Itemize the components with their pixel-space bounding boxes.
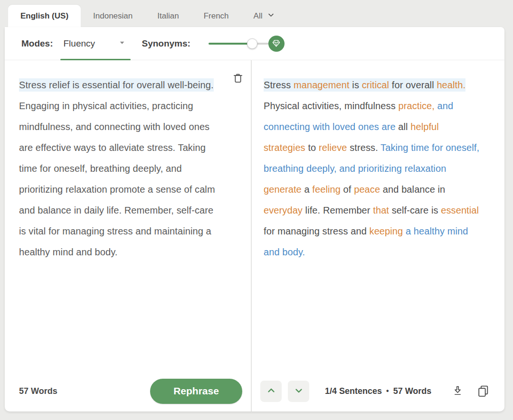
output-word-segment[interactable]: all <box>396 121 411 132</box>
slider-track-filled[interactable] <box>209 43 253 45</box>
output-word-count: 57 Words <box>393 386 432 396</box>
input-body-text[interactable]: Engaging in physical activities, practic… <box>19 101 215 257</box>
next-sentence-button[interactable] <box>288 381 309 402</box>
output-word-segment[interactable]: stress. <box>347 142 381 153</box>
output-word-segment[interactable]: of <box>341 184 354 195</box>
tab-label: French <box>204 11 229 21</box>
gem-icon[interactable] <box>268 36 285 52</box>
tab-label: Indonesian <box>93 11 133 21</box>
output-word-segment[interactable]: life. Remember <box>303 205 373 215</box>
output-word-segment[interactable]: peace <box>354 184 380 195</box>
output-word-segment[interactable]: essential <box>441 205 479 215</box>
output-word-segment[interactable]: everyday <box>264 205 303 215</box>
output-footer: 1/4 Sentences • 57 Words <box>252 374 504 411</box>
modes-label: Modes: <box>21 38 53 49</box>
download-icon[interactable] <box>450 383 465 399</box>
trash-icon[interactable] <box>230 70 246 86</box>
output-word-segment[interactable]: keeping <box>370 226 403 236</box>
input-text[interactable]: Stress relief is essential for overall w… <box>5 60 251 262</box>
input-highlighted-sentence[interactable]: Stress relief is essential for overall w… <box>19 78 214 92</box>
slider-thumb[interactable] <box>247 38 257 49</box>
output-word-segment[interactable]: management <box>294 78 350 92</box>
output-word-segment[interactable]: a <box>302 184 313 195</box>
synonyms-slider[interactable] <box>209 35 285 52</box>
output-word-segment[interactable]: and balance in <box>380 184 445 195</box>
output-word-segment[interactable]: is <box>350 78 362 92</box>
mode-selected-value: Fluency <box>64 38 95 49</box>
output-stats: 1/4 Sentences • 57 Words <box>325 386 431 396</box>
chevron-up-icon <box>266 385 276 397</box>
tab-label: Italian <box>157 11 179 21</box>
output-panel: Stress management is critical for overal… <box>252 60 504 411</box>
tab-indonesian[interactable]: Indonesian <box>81 5 145 27</box>
rephrase-button[interactable]: Rephrase <box>150 379 242 404</box>
output-word-segment[interactable]: to <box>305 142 319 153</box>
output-actions <box>450 383 490 399</box>
output-word-segment[interactable]: Physical activities, mindfulness <box>264 101 398 111</box>
input-word-count: 57 Words <box>19 386 57 396</box>
output-word-segment[interactable]: that <box>373 205 389 215</box>
input-footer: 57 Words Rephrase <box>5 374 251 411</box>
separator-dot: • <box>386 387 389 395</box>
output-text[interactable]: Stress management is critical for overal… <box>252 60 504 262</box>
output-word-segment[interactable]: for overall <box>389 78 437 92</box>
tab-italian[interactable]: Italian <box>145 5 191 27</box>
chevron-down-icon <box>294 385 304 397</box>
output-word-segment[interactable]: self-care is <box>389 205 441 215</box>
synonyms-label: Synonyms: <box>142 38 190 49</box>
tab-english-us[interactable]: English (US) <box>8 5 81 27</box>
editor-panels: Stress relief is essential for overall w… <box>5 60 504 411</box>
tab-label: All <box>254 11 263 21</box>
modes-toolbar: Modes: Fluency Synonyms: <box>5 27 504 60</box>
output-word-segment[interactable]: critical <box>362 78 389 92</box>
paraphraser-card: Modes: Fluency Synonyms: <box>5 27 504 411</box>
caret-down-icon <box>119 39 125 48</box>
output-word-segment[interactable]: for managing stress and <box>264 226 370 236</box>
input-panel: Stress relief is essential for overall w… <box>5 60 251 411</box>
mode-dropdown[interactable]: Fluency <box>64 38 125 49</box>
output-word-segment[interactable]: generate <box>264 184 302 195</box>
output-word-segment[interactable]: health. <box>437 78 466 92</box>
previous-sentence-button[interactable] <box>260 381 282 402</box>
chevron-down-icon <box>267 11 275 21</box>
output-word-segment[interactable]: Stress <box>264 78 294 92</box>
output-word-segment[interactable]: feeling <box>312 184 341 195</box>
sentence-counter: 1/4 Sentences <box>325 386 382 396</box>
output-word-segment[interactable]: practice, <box>398 101 435 111</box>
paraphraser-app: English (US) Indonesian Italian French A… <box>0 0 513 420</box>
tab-french[interactable]: French <box>191 5 241 27</box>
tab-label: English (US) <box>20 11 68 21</box>
copy-icon[interactable] <box>476 383 490 399</box>
output-word-segment[interactable]: relieve <box>319 142 347 153</box>
tab-all-languages[interactable]: All <box>241 5 287 27</box>
language-tabbar: English (US) Indonesian Italian French A… <box>0 0 513 27</box>
